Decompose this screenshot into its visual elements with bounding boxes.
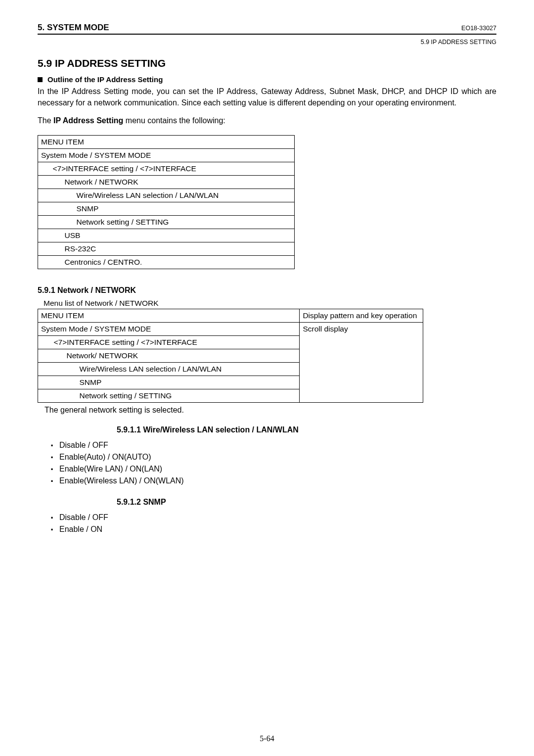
menu2-r2: <7>INTERFACE setting / <7>INTERFACE (51, 336, 300, 349)
table-row: System Mode / SYSTEM MODE Scroll display (38, 323, 423, 336)
menu2-h-left: MENU ITEM (38, 309, 300, 323)
menu1-r1: System Mode / SYSTEM MODE (38, 149, 295, 162)
page-header: 5. SYSTEM MODE EO18-33027 (38, 23, 496, 33)
menu1-r4: Wire/Wireless LAN selection / LAN/WLAN (74, 189, 295, 202)
list-item: Disable / OFF (50, 439, 496, 451)
indent-cell (38, 256, 50, 269)
list-item: Enable(Auto) / ON(AUTO) (50, 451, 496, 463)
menu-sentence: The IP Address Setting menu contains the… (38, 116, 496, 125)
table-row: Network / NETWORK (38, 176, 295, 189)
table-row: System Mode / SYSTEM MODE (38, 149, 295, 162)
menu-sentence-post: menu contains the following: (123, 116, 225, 125)
list-item: Enable(Wireless LAN) / ON(WLAN) (50, 475, 496, 487)
table-row: Wire/Wireless LAN selection / LAN/WLAN (38, 189, 295, 202)
menu-sentence-pre: The (38, 116, 53, 125)
menu2-r3: Network/ NETWORK (64, 349, 300, 363)
section-title: 5.9 IP ADDRESS SETTING (38, 57, 496, 69)
indent-cell (38, 242, 50, 256)
sec-5911-list: Disable / OFF Enable(Auto) / ON(AUTO) En… (50, 439, 496, 487)
table-row: USB (38, 229, 295, 242)
indent-cell (64, 376, 77, 389)
menu2-h-right: Display pattern and key operation (300, 309, 423, 323)
indent-cell (38, 376, 51, 389)
menu1-r6: Network setting / SETTING (74, 216, 295, 229)
list-item: Disable / OFF (50, 512, 496, 523)
menu1-r5: SNMP (74, 202, 295, 216)
indent-cell (50, 216, 62, 229)
outline-label: Outline of the IP Address Setting (47, 75, 163, 84)
header-right: EO18-33027 (461, 25, 496, 32)
indent-cell (38, 216, 50, 229)
sec-5911-heading: 5.9.1.1 Wire/Wireless LAN selection / LA… (117, 425, 496, 434)
list-item: Enable(Wire LAN) / ON(LAN) (50, 463, 496, 475)
menu1-r3: Network / NETWORK (62, 176, 295, 189)
menu2-r4: Wire/Wireless LAN selection / LAN/WLAN (77, 363, 300, 376)
page-number: 5-64 (0, 734, 534, 743)
table-row: RS-232C (38, 242, 295, 256)
indent-cell (50, 189, 62, 202)
square-bullet-icon (38, 77, 43, 82)
indent-cell (50, 256, 62, 269)
indent-cell (51, 349, 64, 363)
indent-cell (62, 216, 74, 229)
indent-cell (38, 176, 50, 189)
menu1-header: MENU ITEM (38, 136, 295, 149)
indent-cell (64, 389, 77, 403)
menu-table-2: MENU ITEM Display pattern and key operat… (38, 309, 423, 403)
sec-591-heading: 5.9.1 Network / NETWORK (38, 286, 496, 295)
indent-cell (62, 202, 74, 216)
after-table-text: The general network setting is selected. (44, 406, 496, 415)
menu1-r9: Centronics / CENTRO. (62, 256, 295, 269)
menu2-r6: Network setting / SETTING (77, 389, 300, 403)
header-left: 5. SYSTEM MODE (38, 23, 109, 33)
indent-cell (50, 242, 62, 256)
indent-cell (38, 363, 51, 376)
indent-cell (38, 189, 50, 202)
indent-cell (38, 336, 51, 349)
indent-cell (38, 389, 51, 403)
list-item: Enable / ON (50, 523, 496, 535)
indent-cell (50, 229, 62, 242)
indent-cell (64, 363, 77, 376)
indent-cell (62, 189, 74, 202)
menu1-r8: RS-232C (62, 242, 295, 256)
indent-cell (38, 202, 50, 216)
indent-cell (38, 229, 50, 242)
menu2-r1: System Mode / SYSTEM MODE (38, 323, 300, 336)
menu-table-1: MENU ITEM System Mode / SYSTEM MODE <7>I… (38, 135, 295, 269)
menu1-r2: <7>INTERFACE setting / <7>INTERFACE (50, 162, 295, 176)
header-sub: 5.9 IP ADDRESS SETTING (38, 39, 496, 46)
indent-cell (50, 202, 62, 216)
table-row: SNMP (38, 202, 295, 216)
indent-cell (51, 389, 64, 403)
table-row: MENU ITEM (38, 136, 295, 149)
table-row: Network setting / SETTING (38, 216, 295, 229)
indent-cell (38, 162, 50, 176)
table-row: Centronics / CENTRO. (38, 256, 295, 269)
outline-row: Outline of the IP Address Setting (38, 75, 496, 84)
menu2-r1-right: Scroll display (300, 323, 423, 403)
header-rule (38, 34, 496, 35)
indent-cell (50, 176, 62, 189)
indent-cell (51, 363, 64, 376)
menu2-r5: SNMP (77, 376, 300, 389)
sec-591-caption: Menu list of Network / NETWORK (44, 299, 496, 308)
menu-sentence-bold: IP Address Setting (53, 116, 123, 125)
indent-cell (38, 349, 51, 363)
indent-cell (51, 376, 64, 389)
table-row: <7>INTERFACE setting / <7>INTERFACE (38, 162, 295, 176)
intro-paragraph: In the IP Address Setting mode, you can … (38, 86, 496, 108)
sec-5912-heading: 5.9.1.2 SNMP (117, 498, 496, 507)
table-row: MENU ITEM Display pattern and key operat… (38, 309, 423, 323)
menu1-r7: USB (62, 229, 295, 242)
sec-5912-list: Disable / OFF Enable / ON (50, 512, 496, 535)
